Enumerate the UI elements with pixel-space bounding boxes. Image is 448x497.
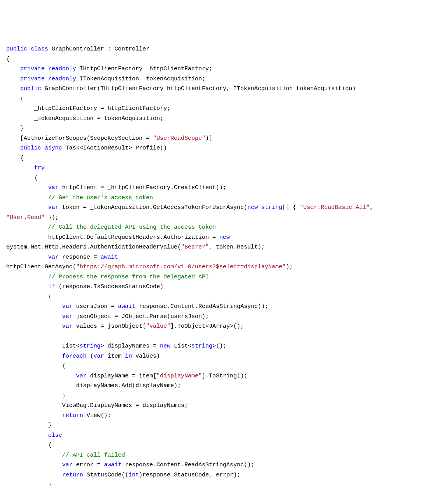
- code-block: public class GraphController : Controlle…: [6, 44, 442, 490]
- code-token: [6, 283, 48, 290]
- code-token: [258, 204, 261, 211]
- code-token: public: [6, 46, 27, 52]
- code-token: var: [48, 184, 59, 191]
- code-token: await: [118, 303, 135, 310]
- code-token: await: [104, 462, 122, 468]
- code-token: var: [94, 353, 104, 360]
- code-token: ].ToString();: [202, 373, 247, 379]
- code-token: // Get the user's access token: [48, 195, 153, 201]
- code-token: foreach: [62, 353, 87, 360]
- code-token: readonly: [48, 76, 76, 82]
- code-token: }: [6, 481, 52, 488]
- code-token: ViewBag.DisplayNames = displayNames;: [6, 402, 188, 409]
- code-token: // API call failed: [62, 452, 125, 459]
- code-token: [41, 145, 45, 151]
- code-token: GraphController : Controller: [48, 46, 149, 52]
- code-token: [6, 76, 20, 82]
- code-token: {: [6, 294, 52, 300]
- code-token: [45, 76, 48, 82]
- code-token: ITokenAcquisition _tokenAcquisition;: [76, 76, 205, 82]
- code-token: [6, 204, 48, 211]
- code-token: class: [31, 46, 48, 52]
- code-token: response.Content.ReadAsStringAsync();: [122, 462, 254, 468]
- code-token: System.Net.Http.Headers.AuthenticationHe…: [6, 244, 181, 250]
- code-token: httpClient.GetAsync(: [6, 264, 76, 270]
- code-token: [6, 66, 20, 72]
- code-token: "value": [146, 323, 170, 330]
- code-token: new: [160, 343, 170, 349]
- code-token: [6, 85, 20, 92]
- code-token: _tokenAcquisition = tokenAcquisition;: [6, 115, 163, 122]
- code-token: }: [6, 393, 66, 399]
- code-token: return: [62, 412, 83, 419]
- code-token: StatusCode((: [83, 472, 128, 478]
- code-token: (response.IsSuccessStatusCode): [55, 283, 163, 290]
- code-token: {: [6, 56, 10, 63]
- code-token: [230, 234, 233, 241]
- code-token: [6, 313, 62, 320]
- code-token: [6, 462, 62, 468]
- code-token: item: [104, 353, 125, 360]
- code-token: [6, 452, 62, 459]
- code-token: [6, 353, 62, 360]
- code-token: async: [45, 145, 62, 151]
- code-token: response =: [59, 254, 101, 261]
- code-token: jsonObject = JObject.Parse(usersJson);: [73, 313, 209, 320]
- code-token: string: [191, 343, 212, 349]
- code-token: httpClient.DefaultRequestHeaders.Authori…: [6, 234, 219, 241]
- code-token: {: [6, 363, 66, 369]
- code-token: ,: [370, 204, 377, 211]
- code-token: int: [128, 472, 139, 478]
- code-token: [6, 373, 76, 379]
- code-token: var: [62, 462, 73, 468]
- code-token: [] {: [282, 204, 300, 211]
- code-token: [6, 145, 20, 151]
- code-token: var: [62, 323, 73, 330]
- code-token: "User.Read": [6, 214, 45, 221]
- code-token: {: [6, 155, 24, 162]
- code-token: new: [219, 234, 230, 241]
- code-token: List<: [170, 343, 191, 349]
- code-token: Task<IActionResult> Profile(): [62, 145, 167, 151]
- code-token: >();: [212, 343, 226, 349]
- code-token: httpClient = _httpClientFactory.CreateCl…: [59, 184, 226, 191]
- code-token: )response.StatusCode, error);: [139, 472, 240, 478]
- code-token: }: [6, 125, 24, 132]
- code-token: error =: [73, 462, 104, 468]
- code-token: var: [62, 313, 73, 320]
- code-token: IHttpClientFactory _httpClientFactory;: [76, 66, 212, 72]
- code-token: [6, 165, 34, 171]
- code-token: {: [6, 442, 52, 448]
- code-token: return: [62, 472, 83, 478]
- code-token: await: [101, 254, 118, 261]
- code-token: displayNames.Add(displayName);: [6, 382, 181, 389]
- code-token: "https://graph.microsoft.com/v1.0/users?…: [76, 264, 286, 270]
- code-token: usersJson =: [73, 303, 118, 310]
- code-token: [45, 66, 48, 72]
- code-token: "displayName": [156, 373, 202, 379]
- code-token: _httpClientFactory = httpClientFactory;: [6, 105, 170, 112]
- code-token: values = jsonObject[: [73, 323, 146, 330]
- code-token: var: [48, 254, 59, 261]
- code-token: [AuthorizeForScopes(ScopeKeySection =: [6, 135, 153, 142]
- code-token: displayName = item[: [87, 373, 156, 379]
- code-token: View();: [83, 412, 111, 419]
- code-token: new: [247, 204, 258, 211]
- code-token: in: [125, 353, 132, 360]
- code-token: [6, 432, 48, 439]
- code-token: private: [20, 76, 45, 82]
- code-token: GraphController(IHttpClientFactory httpC…: [41, 85, 356, 92]
- code-token: )]: [205, 135, 212, 142]
- code-token: [118, 254, 122, 261]
- code-token: "UserReadScope": [153, 135, 205, 142]
- code-token: [6, 274, 48, 280]
- code-token: [6, 472, 62, 478]
- code-token: [6, 224, 48, 231]
- code-token: readonly: [48, 66, 76, 72]
- code-token: [6, 254, 48, 261]
- code-token: });: [45, 214, 59, 221]
- code-token: [6, 303, 62, 310]
- code-token: {: [6, 96, 24, 102]
- code-token: "User.ReadBasic.All": [300, 204, 370, 211]
- code-token: "Bearer": [181, 244, 209, 250]
